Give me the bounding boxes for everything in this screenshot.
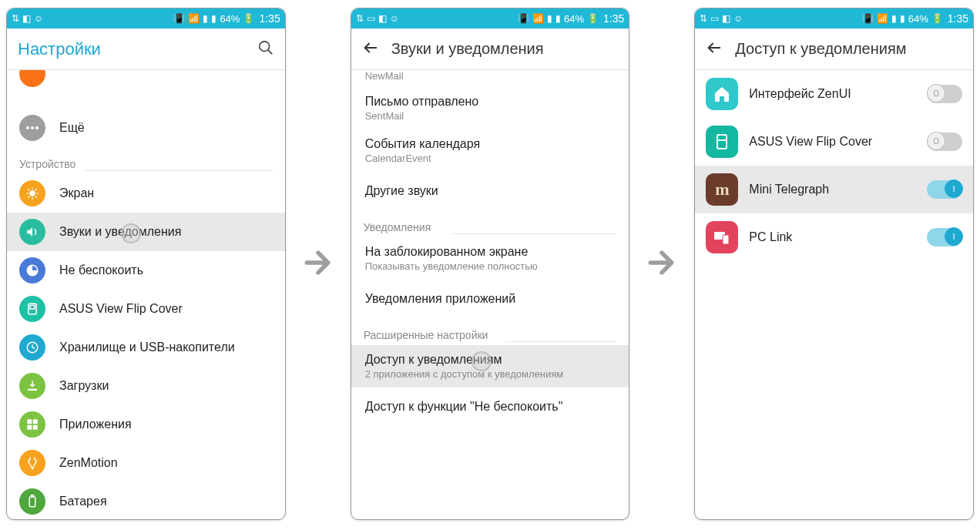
svg-rect-32 xyxy=(723,235,729,244)
row-sublabel: SentMail xyxy=(365,110,404,122)
svg-rect-24 xyxy=(29,497,35,507)
row-icon xyxy=(19,334,45,361)
screen-notification-access: ⇅ ▭ ◧ ☺ 📳 📶 ▮ ▮ 64% 🔋 1:35 Доступ к увед… xyxy=(694,8,974,520)
list-item-more[interactable]: Ещё xyxy=(7,109,285,147)
app-row[interactable]: Интерфейс ZenUIO xyxy=(695,70,973,118)
list-item[interactable]: На заблокированном экранеПоказывать увед… xyxy=(351,237,629,280)
vibrate-icon: 📳 xyxy=(518,14,529,23)
list-item[interactable]: Батарея xyxy=(7,482,285,519)
battery-icon: 🔋 xyxy=(243,14,254,23)
wifi-icon: 📶 xyxy=(532,14,544,23)
status-right: 📳 📶 ▮ ▮ 64% 🔋 1:35 xyxy=(173,12,280,25)
app-name: Mini Telegraph xyxy=(749,183,916,196)
list-item[interactable]: Доступ к функции "Не беспокоить" xyxy=(351,387,629,426)
list-item[interactable]: Не беспокоить xyxy=(7,251,285,290)
status-icon: ☺ xyxy=(34,14,43,23)
app-name: ASUS View Flip Cover xyxy=(749,135,916,149)
svg-rect-23 xyxy=(33,425,38,430)
toggle-knob: I xyxy=(945,179,963,198)
svg-line-18 xyxy=(32,347,35,349)
svg-rect-30 xyxy=(717,135,727,149)
status-bar: ⇅ ◧ ☺ 📳 📶 ▮ ▮ 64% 🔋 1:35 xyxy=(7,8,285,29)
list-item[interactable]: Письмо отправленоSentMail xyxy=(351,87,629,129)
flow-arrow xyxy=(645,8,679,520)
toggle-switch[interactable]: I xyxy=(927,180,962,199)
list-item[interactable]: Доступ к уведомлениям2 приложения с дост… xyxy=(351,345,629,387)
signal-icon: ▮ xyxy=(891,14,897,23)
list-item[interactable]: NewMail xyxy=(351,70,629,87)
status-left: ⇅ ◧ ☺ xyxy=(12,14,43,23)
toggle-switch[interactable]: O xyxy=(927,132,962,151)
list-item[interactable]: Экран xyxy=(7,174,285,213)
list-item[interactable]: ZenMotion xyxy=(7,444,285,482)
row-icon xyxy=(19,70,45,87)
row-label: Доступ к уведомлениям xyxy=(365,353,502,367)
app-row[interactable]: PC LinkI xyxy=(695,213,973,261)
status-icon: ☺ xyxy=(733,14,743,23)
list-item[interactable]: Загрузки xyxy=(7,367,285,405)
row-icon xyxy=(19,411,45,438)
row-label: Доступ к функции "Не беспокоить" xyxy=(365,400,563,414)
list-item[interactable]: Хранилище и USB-накопители xyxy=(7,328,285,367)
row-label: Загрузки xyxy=(59,379,109,393)
battery-percent: 64% xyxy=(908,13,928,25)
list-item[interactable]: ASUS View Flip Cover xyxy=(7,290,285,328)
vibrate-icon: 📳 xyxy=(173,14,185,23)
status-bar: ⇅ ▭ ◧ ☺ 📳 📶 ▮ ▮ 64% 🔋 1:35 xyxy=(695,8,973,29)
row-icon xyxy=(19,257,45,283)
status-right: 📳 📶 ▮ ▮ 64% 🔋 1:35 xyxy=(518,12,624,25)
row-icon xyxy=(19,219,45,245)
toggle-switch[interactable]: I xyxy=(927,228,962,247)
list-item[interactable] xyxy=(7,70,285,109)
row-label: Звуки и уведомления xyxy=(59,225,181,239)
list-item[interactable]: Уведомления приложений xyxy=(351,280,629,318)
signal-icon: ▮ xyxy=(555,14,561,23)
list-item[interactable]: Другие звуки xyxy=(351,172,629,210)
svg-point-3 xyxy=(31,126,34,129)
svg-line-13 xyxy=(35,189,37,190)
sounds-list[interactable]: NewMailПисьмо отправленоSentMailСобытия … xyxy=(351,70,629,519)
battery-percent: 64% xyxy=(564,13,584,25)
row-label: Не беспокоить xyxy=(59,263,143,277)
row-label: Другие звуки xyxy=(365,184,438,198)
row-label: События календаря xyxy=(365,137,480,151)
battery-icon: 🔋 xyxy=(587,14,599,23)
row-label: Приложения xyxy=(59,418,132,431)
screen-settings: ⇅ ◧ ☺ 📳 📶 ▮ ▮ 64% 🔋 1:35 Настройки Ещ xyxy=(6,8,286,520)
toggle-switch[interactable]: O xyxy=(927,85,962,103)
wifi-icon: 📶 xyxy=(188,14,200,23)
clock: 1:35 xyxy=(948,12,968,25)
row-sublabel: Показывать уведомление полностью xyxy=(365,260,538,272)
app-icon xyxy=(706,126,738,158)
list-item[interactable]: Приложения xyxy=(7,405,285,444)
status-left: ⇅ ▭ ◧ ☺ xyxy=(356,14,399,23)
toggle-knob: O xyxy=(927,132,945,150)
search-icon[interactable] xyxy=(257,39,274,59)
divider xyxy=(505,341,617,342)
row-label: На заблокированном экране xyxy=(365,245,529,259)
list-item[interactable]: События календаряCalendarEvent xyxy=(351,129,629,172)
app-icon xyxy=(706,221,738,253)
app-row[interactable]: mMini TelegraphI xyxy=(695,166,973,213)
svg-rect-22 xyxy=(27,425,32,430)
header: Доступ к уведомлениям xyxy=(695,29,973,70)
header: Звуки и уведомления xyxy=(351,29,629,70)
app-row[interactable]: ASUS View Flip CoverO xyxy=(695,118,973,166)
toggle-knob: I xyxy=(945,227,963,246)
settings-list[interactable]: Ещё Устройство ЭкранЗвуки и уведомленияН… xyxy=(7,70,285,519)
vibrate-icon: 📳 xyxy=(862,14,874,23)
back-icon[interactable] xyxy=(362,39,379,59)
signal-icon: ▮ xyxy=(547,14,552,23)
svg-rect-20 xyxy=(27,419,32,424)
signal-icon: ▮ xyxy=(211,14,216,23)
app-name: Интерфейс ZenUI xyxy=(749,87,916,101)
back-icon[interactable] xyxy=(706,39,723,59)
svg-line-11 xyxy=(35,196,37,198)
svg-rect-21 xyxy=(33,419,38,424)
row-sublabel: 2 приложения с доступом к уведомлениям xyxy=(365,368,564,380)
status-icon: ◧ xyxy=(22,14,31,23)
access-list[interactable]: Интерфейс ZenUIOASUS View Flip CoverOmMi… xyxy=(695,70,973,519)
list-item[interactable]: Звуки и уведомления xyxy=(7,213,285,251)
page-title: Доступ к уведомлениям xyxy=(735,40,906,58)
row-sublabel: NewMail xyxy=(365,70,404,82)
